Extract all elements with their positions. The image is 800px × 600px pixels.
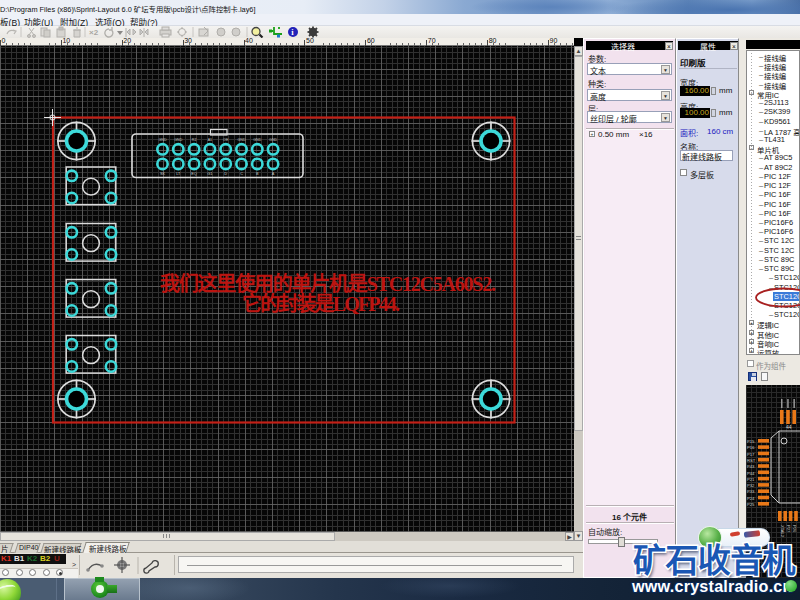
svg-text:A1: A1 (208, 138, 212, 142)
svg-text:EQ: EQ (191, 172, 197, 176)
svg-text:P25: P25 (747, 502, 755, 507)
svg-text:×2: ×2 (89, 28, 99, 37)
svg-text:P26: P26 (792, 525, 797, 533)
svg-text:P24: P24 (747, 496, 755, 501)
svg-text:B: B (256, 172, 259, 176)
svg-text:C: C (240, 172, 243, 176)
svg-text:P15: P15 (747, 439, 755, 444)
svg-text:LT: LT (176, 172, 181, 176)
svg-text:GND: GND (159, 138, 167, 142)
svg-text:GND: GND (253, 138, 261, 142)
svg-text:A: A (272, 172, 275, 176)
svg-text:P32: P32 (747, 483, 755, 488)
svg-text:44: 44 (786, 424, 792, 430)
svg-text:OE: OE (223, 138, 229, 142)
svg-text:G1: G1 (207, 172, 212, 176)
svg-text:P21: P21 (747, 477, 755, 482)
svg-text:GND: GND (238, 138, 246, 142)
svg-text:RST: RST (747, 458, 756, 463)
svg-text:D: D (224, 172, 227, 176)
svg-text:SK: SK (160, 172, 166, 176)
svg-text:P27: P27 (786, 525, 791, 533)
svg-text:R2: R2 (192, 138, 197, 142)
svg-text:GND: GND (269, 138, 277, 142)
svg-text:P33: P33 (747, 489, 755, 494)
svg-text:P17: P17 (747, 452, 755, 457)
svg-text:P16: P16 (747, 445, 755, 450)
svg-text:P43: P43 (747, 464, 755, 469)
svg-text:GND: GND (174, 138, 182, 142)
svg-text:它的封装是LQFP44.: 它的封装是LQFP44. (242, 292, 400, 315)
svg-text:P44: P44 (747, 471, 755, 476)
